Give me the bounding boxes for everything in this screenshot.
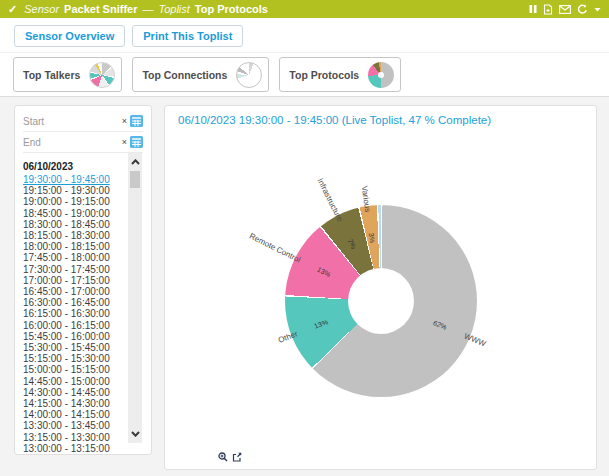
app-window: ✓ Sensor Packet Sniffer — Toplist Top Pr…	[0, 0, 609, 476]
toolbar-divider	[0, 52, 609, 53]
sensor-name[interactable]: Packet Sniffer	[64, 3, 137, 15]
status-check-icon: ✓	[8, 3, 17, 16]
start-calendar-icon[interactable]	[130, 115, 143, 127]
filter-panel: × × 06/10/2023 19:30:00 - 19:45:0019:15:…	[14, 105, 152, 455]
print-toplist-button[interactable]: Print This Toplist	[132, 25, 243, 47]
sensor-overview-button[interactable]: Sensor Overview	[14, 25, 125, 47]
zoom-icon[interactable]	[218, 452, 228, 462]
date-header: 06/10/2023	[23, 161, 143, 172]
end-calendar-icon[interactable]	[130, 136, 143, 148]
open-external-icon[interactable]	[232, 452, 242, 462]
clear-end-icon[interactable]: ×	[122, 138, 127, 147]
time-list-scrollbar[interactable]	[128, 153, 142, 443]
email-icon[interactable]	[559, 5, 571, 14]
tab-top-talkers[interactable]: Top Talkers	[13, 57, 122, 92]
pie-center-dot	[378, 72, 384, 78]
tab-top-talkers-label: Top Talkers	[23, 69, 80, 81]
time-range-item[interactable]: 13:00:00 - 13:15:00	[23, 443, 151, 454]
end-date-input[interactable]	[23, 137, 85, 148]
toplist-panel: 06/10/2023 19:30:00 - 19:45:00 (Live Top…	[164, 105, 597, 470]
report-icon[interactable]	[543, 4, 553, 15]
start-date-input[interactable]	[23, 116, 85, 127]
scroll-down-icon[interactable]	[128, 427, 142, 441]
tab-top-protocols[interactable]: Top Protocols	[279, 57, 401, 92]
chart-actions	[218, 452, 242, 462]
start-date-row: ×	[23, 111, 143, 132]
tab-top-connections[interactable]: Top Connections	[132, 57, 269, 92]
pause-icon[interactable]	[529, 4, 537, 14]
refresh-icon[interactable]	[577, 4, 588, 15]
donut-hole	[348, 268, 414, 334]
section-label: Toplist	[158, 3, 189, 15]
top-connections-pie-icon	[236, 62, 262, 88]
caret-down-icon[interactable]	[594, 7, 601, 12]
tab-top-connections-label: Top Connections	[142, 69, 227, 81]
breadcrumb-separator: —	[142, 3, 153, 15]
toplist-tabs: Top Talkers Top Connections Top Protocol…	[13, 57, 401, 92]
tab-top-protocols-label: Top Protocols	[289, 69, 359, 81]
top-talkers-pie-icon	[89, 62, 115, 88]
scrollbar-thumb[interactable]	[130, 171, 140, 188]
header-bar: ✓ Sensor Packet Sniffer — Toplist Top Pr…	[0, 0, 609, 18]
section-name: Top Protocols	[195, 3, 268, 15]
toplist-title: 06/10/2023 19:30:00 - 19:45:00 (Live Top…	[178, 114, 491, 126]
scroll-up-icon[interactable]	[128, 155, 142, 169]
toolbar: Sensor Overview Print This Toplist	[14, 25, 243, 47]
clear-start-icon[interactable]: ×	[122, 117, 127, 126]
header-actions	[529, 4, 601, 15]
end-date-row: ×	[23, 132, 143, 153]
object-kind-label: Sensor	[24, 3, 59, 15]
top-protocols-pie-icon	[368, 62, 394, 88]
